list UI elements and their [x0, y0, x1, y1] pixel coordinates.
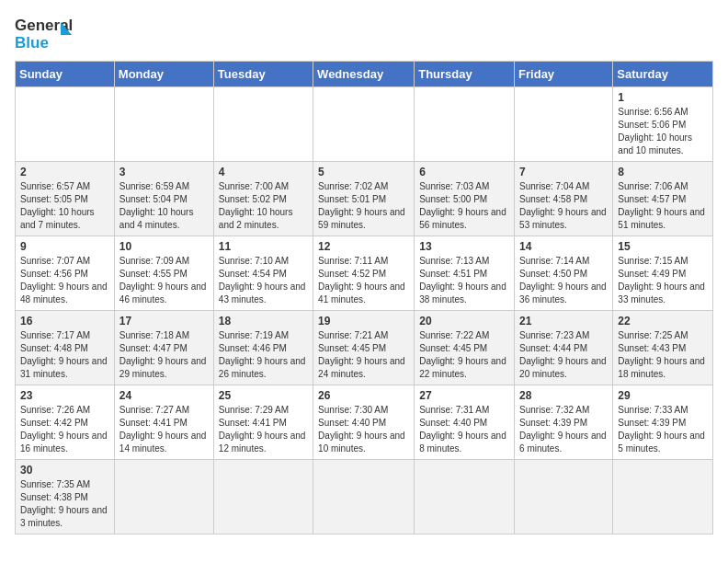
calendar-cell: [515, 460, 613, 534]
weekday-header-wednesday: Wednesday: [313, 62, 415, 87]
calendar-cell: 7Sunrise: 7:04 AM Sunset: 4:58 PM Daylig…: [515, 162, 613, 236]
calendar-cell: 22Sunrise: 7:25 AM Sunset: 4:43 PM Dayli…: [613, 311, 713, 385]
calendar-cell: 5Sunrise: 7:02 AM Sunset: 5:01 PM Daylig…: [313, 162, 415, 236]
logo-svg: GeneralBlue: [15, 15, 88, 53]
day-number: 15: [618, 240, 708, 253]
day-number: 24: [119, 389, 209, 402]
page-header: GeneralBlue: [15, 15, 713, 53]
calendar-week-row: 9Sunrise: 7:07 AM Sunset: 4:56 PM Daylig…: [16, 236, 713, 311]
day-info: Sunrise: 7:09 AM Sunset: 4:55 PM Dayligh…: [119, 255, 209, 306]
calendar-cell: 29Sunrise: 7:33 AM Sunset: 4:39 PM Dayli…: [613, 385, 713, 460]
day-number: 17: [119, 315, 209, 327]
day-info: Sunrise: 7:06 AM Sunset: 4:57 PM Dayligh…: [618, 180, 708, 232]
day-number: 1: [618, 91, 708, 104]
weekday-header-thursday: Thursday: [415, 62, 515, 87]
day-number: 2: [20, 166, 109, 178]
calendar-cell: 15Sunrise: 7:15 AM Sunset: 4:49 PM Dayli…: [613, 236, 713, 311]
calendar-cell: 18Sunrise: 7:19 AM Sunset: 4:46 PM Dayli…: [213, 311, 313, 385]
calendar-cell: [613, 460, 713, 534]
calendar-cell: 13Sunrise: 7:13 AM Sunset: 4:51 PM Dayli…: [415, 236, 515, 311]
day-info: Sunrise: 7:14 AM Sunset: 4:50 PM Dayligh…: [519, 255, 608, 306]
day-number: 26: [318, 389, 409, 402]
calendar-cell: 27Sunrise: 7:31 AM Sunset: 4:40 PM Dayli…: [415, 385, 515, 460]
calendar-table: SundayMondayTuesdayWednesdayThursdayFrid…: [15, 61, 713, 534]
day-info: Sunrise: 7:15 AM Sunset: 4:49 PM Dayligh…: [618, 255, 708, 306]
day-number: 25: [219, 389, 308, 402]
calendar-week-row: 23Sunrise: 7:26 AM Sunset: 4:42 PM Dayli…: [16, 385, 713, 460]
calendar-cell: 1Sunrise: 6:56 AM Sunset: 5:06 PM Daylig…: [613, 87, 713, 162]
day-info: Sunrise: 7:10 AM Sunset: 4:54 PM Dayligh…: [219, 255, 308, 306]
calendar-week-row: 2Sunrise: 6:57 AM Sunset: 5:05 PM Daylig…: [16, 162, 713, 236]
calendar-cell: [313, 460, 415, 534]
weekday-header-saturday: Saturday: [613, 62, 713, 87]
day-number: 14: [519, 240, 608, 253]
day-number: 27: [419, 389, 509, 402]
day-info: Sunrise: 7:03 AM Sunset: 5:00 PM Dayligh…: [419, 180, 509, 232]
calendar-cell: 21Sunrise: 7:23 AM Sunset: 4:44 PM Dayli…: [515, 311, 613, 385]
calendar-cell: 23Sunrise: 7:26 AM Sunset: 4:42 PM Dayli…: [16, 385, 115, 460]
day-info: Sunrise: 7:00 AM Sunset: 5:02 PM Dayligh…: [219, 180, 308, 232]
day-info: Sunrise: 7:22 AM Sunset: 4:45 PM Dayligh…: [419, 329, 509, 381]
day-info: Sunrise: 6:56 AM Sunset: 5:06 PM Dayligh…: [618, 106, 708, 157]
day-info: Sunrise: 7:29 AM Sunset: 4:41 PM Dayligh…: [219, 404, 308, 455]
day-number: 11: [219, 240, 308, 253]
day-info: Sunrise: 7:13 AM Sunset: 4:51 PM Dayligh…: [419, 255, 509, 306]
calendar-cell: [415, 460, 515, 534]
day-info: Sunrise: 7:02 AM Sunset: 5:01 PM Dayligh…: [318, 180, 409, 232]
calendar-cell: 30Sunrise: 7:35 AM Sunset: 4:38 PM Dayli…: [16, 460, 115, 534]
day-info: Sunrise: 7:17 AM Sunset: 4:48 PM Dayligh…: [20, 329, 109, 381]
calendar-cell: 28Sunrise: 7:32 AM Sunset: 4:39 PM Dayli…: [515, 385, 613, 460]
calendar-cell: 12Sunrise: 7:11 AM Sunset: 4:52 PM Dayli…: [313, 236, 415, 311]
day-info: Sunrise: 7:31 AM Sunset: 4:40 PM Dayligh…: [419, 404, 509, 455]
day-number: 19: [318, 315, 409, 327]
day-number: 20: [419, 315, 509, 327]
day-number: 12: [318, 240, 409, 253]
calendar-cell: [515, 87, 613, 162]
calendar-cell: 4Sunrise: 7:00 AM Sunset: 5:02 PM Daylig…: [213, 162, 313, 236]
day-number: 3: [119, 166, 209, 178]
calendar-cell: [16, 87, 115, 162]
calendar-header-row: SundayMondayTuesdayWednesdayThursdayFrid…: [16, 62, 713, 87]
calendar-cell: 16Sunrise: 7:17 AM Sunset: 4:48 PM Dayli…: [16, 311, 115, 385]
calendar-cell: 17Sunrise: 7:18 AM Sunset: 4:47 PM Dayli…: [114, 311, 213, 385]
day-number: 8: [618, 166, 708, 178]
calendar-cell: [213, 460, 313, 534]
day-number: 22: [618, 315, 708, 327]
day-info: Sunrise: 7:26 AM Sunset: 4:42 PM Dayligh…: [20, 404, 109, 455]
calendar-cell: [114, 87, 213, 162]
calendar-week-row: 16Sunrise: 7:17 AM Sunset: 4:48 PM Dayli…: [16, 311, 713, 385]
day-number: 4: [219, 166, 308, 178]
day-info: Sunrise: 7:35 AM Sunset: 4:38 PM Dayligh…: [20, 478, 109, 530]
calendar-cell: 20Sunrise: 7:22 AM Sunset: 4:45 PM Dayli…: [415, 311, 515, 385]
day-info: Sunrise: 7:11 AM Sunset: 4:52 PM Dayligh…: [318, 255, 409, 306]
calendar-cell: 14Sunrise: 7:14 AM Sunset: 4:50 PM Dayli…: [515, 236, 613, 311]
calendar-cell: 26Sunrise: 7:30 AM Sunset: 4:40 PM Dayli…: [313, 385, 415, 460]
day-info: Sunrise: 7:27 AM Sunset: 4:41 PM Dayligh…: [119, 404, 209, 455]
day-number: 9: [20, 240, 109, 253]
day-number: 23: [20, 389, 109, 402]
calendar-cell: [213, 87, 313, 162]
calendar-cell: [415, 87, 515, 162]
day-info: Sunrise: 7:23 AM Sunset: 4:44 PM Dayligh…: [519, 329, 608, 381]
day-number: 21: [519, 315, 608, 327]
day-number: 29: [618, 389, 708, 402]
day-number: 10: [119, 240, 209, 253]
day-info: Sunrise: 7:18 AM Sunset: 4:47 PM Dayligh…: [119, 329, 209, 381]
day-info: Sunrise: 7:04 AM Sunset: 4:58 PM Dayligh…: [519, 180, 608, 232]
day-info: Sunrise: 7:19 AM Sunset: 4:46 PM Dayligh…: [219, 329, 308, 381]
day-number: 28: [519, 389, 608, 402]
day-info: Sunrise: 7:21 AM Sunset: 4:45 PM Dayligh…: [318, 329, 409, 381]
weekday-header-monday: Monday: [114, 62, 213, 87]
day-info: Sunrise: 6:59 AM Sunset: 5:04 PM Dayligh…: [119, 180, 209, 232]
calendar-cell: 2Sunrise: 6:57 AM Sunset: 5:05 PM Daylig…: [16, 162, 115, 236]
svg-text:Blue: Blue: [15, 34, 49, 52]
day-info: Sunrise: 7:25 AM Sunset: 4:43 PM Dayligh…: [618, 329, 708, 381]
day-number: 7: [519, 166, 608, 178]
day-number: 5: [318, 166, 409, 178]
day-number: 30: [20, 464, 109, 477]
calendar-cell: 19Sunrise: 7:21 AM Sunset: 4:45 PM Dayli…: [313, 311, 415, 385]
calendar-cell: [313, 87, 415, 162]
day-number: 18: [219, 315, 308, 327]
weekday-header-friday: Friday: [515, 62, 613, 87]
day-info: Sunrise: 6:57 AM Sunset: 5:05 PM Dayligh…: [20, 180, 109, 232]
